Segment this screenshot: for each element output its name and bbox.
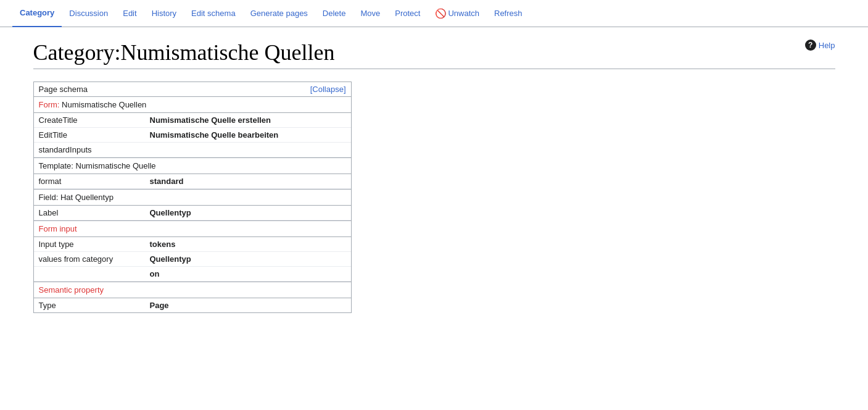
- create-title-row: CreateTitle Numismatische Quelle erstell…: [34, 113, 351, 128]
- tab-edit-schema[interactable]: Edit schema: [184, 0, 243, 27]
- type-row: Type Page: [34, 298, 351, 312]
- tab-edit[interactable]: Edit: [115, 0, 144, 27]
- tab-history[interactable]: History: [144, 0, 184, 27]
- on-row: on: [34, 267, 351, 282]
- values-from-key: values from category: [39, 254, 150, 264]
- format-key: format: [39, 177, 150, 186]
- help-link[interactable]: ? Help: [805, 40, 835, 51]
- schema-header: Page schema [Collapse]: [34, 82, 351, 97]
- tab-delete[interactable]: Delete: [315, 0, 353, 27]
- field-prefix: Field:: [39, 193, 59, 202]
- create-title-value: Numismatische Quelle erstellen: [150, 115, 271, 125]
- tab-move[interactable]: Move: [353, 0, 387, 27]
- on-value: on: [150, 269, 160, 278]
- tab-discussion[interactable]: Discussion: [62, 0, 115, 27]
- values-from-row: values from category Quellentyp: [34, 252, 351, 267]
- semantic-property-link[interactable]: Semantic property: [39, 285, 104, 295]
- standard-inputs-row: standardInputs: [34, 143, 351, 157]
- input-type-key: Input type: [39, 240, 150, 249]
- tab-refresh[interactable]: Refresh: [487, 0, 530, 27]
- page-title: Category:Numismatische Quellen: [33, 40, 835, 69]
- label-row: Label Quellentyp: [34, 206, 351, 220]
- template-prefix: Template:: [39, 161, 73, 170]
- template-name: Numismatische Quelle: [73, 161, 156, 170]
- tab-category[interactable]: Category: [12, 0, 62, 27]
- field-section-header: Field: Hat Quellentyp: [34, 189, 351, 206]
- standard-inputs-key: standardInputs: [39, 145, 150, 154]
- schema-header-label: Page schema: [39, 85, 88, 94]
- edit-title-key: EditTitle: [39, 130, 150, 140]
- input-type-value: tokens: [150, 240, 176, 249]
- schema-container: Page schema [Collapse] Form: Numismatisc…: [33, 82, 352, 313]
- template-section-header: Template: Numismatische Quelle: [34, 157, 351, 174]
- help-label: Help: [819, 41, 835, 50]
- format-value: standard: [150, 177, 184, 186]
- unwatch-icon: 🚫: [435, 8, 447, 19]
- tab-protect[interactable]: Protect: [387, 0, 428, 27]
- form-name: Numismatische Quellen: [59, 100, 146, 109]
- values-from-value: Quellentyp: [150, 254, 191, 264]
- on-key: [39, 269, 150, 278]
- label-value: Quellentyp: [150, 208, 191, 217]
- edit-title-row: EditTitle Numismatische Quelle bearbeite…: [34, 128, 351, 143]
- main-content: ? Help Category:Numismatische Quellen Pa…: [15, 27, 854, 325]
- form-section-header: Form: Numismatische Quellen: [34, 97, 351, 113]
- type-key: Type: [39, 301, 150, 310]
- help-icon: ?: [805, 40, 816, 51]
- tab-generate-pages[interactable]: Generate pages: [243, 0, 315, 27]
- form-link[interactable]: Form:: [39, 100, 60, 109]
- input-type-row: Input type tokens: [34, 237, 351, 252]
- create-title-key: CreateTitle: [39, 115, 150, 125]
- field-name: Hat Quellentyp: [58, 193, 114, 202]
- tab-unwatch[interactable]: 🚫 Unwatch: [428, 0, 487, 27]
- label-key: Label: [39, 208, 150, 217]
- form-input-link[interactable]: Form input: [39, 224, 77, 233]
- format-row: format standard: [34, 174, 351, 189]
- type-value: Page: [150, 301, 169, 310]
- collapse-button[interactable]: [Collapse]: [310, 85, 346, 94]
- nav-tabs: Category Discussion Edit History Edit sc…: [0, 0, 868, 27]
- semantic-property-section-header: Semantic property: [34, 282, 351, 298]
- edit-title-value: Numismatische Quelle bearbeiten: [150, 130, 279, 140]
- form-input-section-header: Form input: [34, 220, 351, 237]
